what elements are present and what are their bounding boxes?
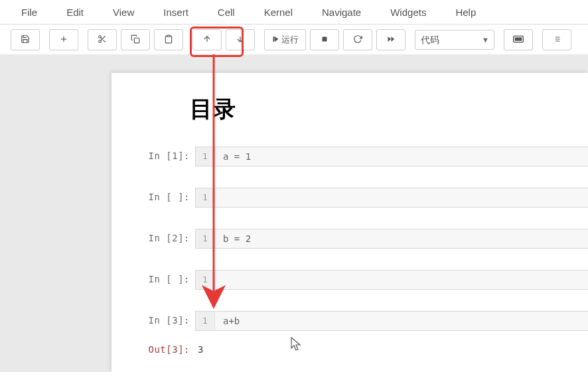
- notebook-paper: 目录 In [1]: 1 a = 1 In [ ]: 1 In [2]:: [111, 73, 588, 372]
- menu-navigate[interactable]: Navigate: [315, 4, 368, 21]
- svg-point-2: [99, 35, 102, 38]
- code-input[interactable]: 1 a = 1: [195, 147, 588, 166]
- code-cell[interactable]: In [2]: 1 b = 2: [111, 225, 588, 252]
- menu-help[interactable]: Help: [449, 4, 482, 21]
- run-label: 运行: [281, 34, 299, 46]
- menu-bar: File Edit View Insert Cell Kernel Naviga…: [0, 0, 588, 25]
- output-prompt: Out[3]:: [111, 340, 195, 359]
- menu-edit[interactable]: Edit: [60, 4, 90, 21]
- keyboard-icon: [513, 35, 524, 45]
- insert-cell-button[interactable]: [49, 29, 78, 50]
- paste-button[interactable]: [154, 29, 183, 50]
- paste-icon: [164, 34, 173, 46]
- code-input[interactable]: 1 b = 2: [195, 229, 588, 249]
- notebook-workspace: 目录 In [1]: 1 a = 1 In [ ]: 1 In [2]:: [0, 54, 588, 372]
- code-input[interactable]: 1: [195, 270, 588, 290]
- svg-line-6: [101, 37, 102, 38]
- menu-kernel[interactable]: Kernel: [257, 4, 299, 21]
- output-text: 3: [195, 340, 203, 359]
- notebook-title: 目录: [111, 94, 588, 125]
- code-cell[interactable]: In [ ]: 1: [111, 184, 588, 211]
- menu-widgets[interactable]: Widgets: [384, 4, 433, 21]
- stop-icon: [321, 35, 329, 45]
- copy-button[interactable]: [121, 29, 150, 50]
- svg-line-5: [103, 40, 105, 42]
- line-gutter: 1: [196, 271, 215, 289]
- input-prompt: In [2]:: [111, 229, 195, 247]
- run-button[interactable]: 运行: [264, 29, 306, 50]
- move-up-button[interactable]: [192, 29, 222, 50]
- output-cell: Out[3]: 3: [111, 337, 588, 362]
- line-gutter: 1: [196, 147, 215, 166]
- menu-cell[interactable]: Cell: [211, 4, 242, 21]
- input-prompt: In [ ]:: [111, 270, 195, 288]
- svg-marker-12: [275, 36, 278, 41]
- save-button[interactable]: [11, 29, 40, 50]
- stop-button[interactable]: [310, 29, 339, 50]
- cut-button[interactable]: [88, 29, 117, 50]
- menu-file[interactable]: File: [15, 4, 44, 21]
- code-input[interactable]: 1 a+b: [195, 311, 588, 331]
- menu-view[interactable]: View: [106, 4, 141, 21]
- arrow-up-icon: [202, 34, 212, 46]
- code-cell[interactable]: In [1]: 1 a = 1: [111, 143, 588, 170]
- restart-button[interactable]: [343, 29, 372, 50]
- svg-rect-7: [134, 38, 139, 43]
- svg-rect-17: [515, 38, 521, 40]
- arrow-down-icon: [236, 34, 245, 46]
- cut-icon: [98, 34, 107, 46]
- svg-point-3: [99, 40, 102, 42]
- run-all-button[interactable]: [376, 29, 405, 50]
- toolbar: 运行 代码 ▼: [0, 25, 588, 56]
- svg-rect-8: [167, 35, 171, 36]
- code-text: b = 2: [215, 229, 251, 248]
- code-input[interactable]: 1: [195, 188, 588, 208]
- svg-marker-11: [273, 36, 274, 41]
- cell-type-select[interactable]: 代码: [415, 30, 494, 50]
- code-cell[interactable]: In [ ]: 1: [111, 267, 588, 293]
- move-down-button[interactable]: [226, 29, 255, 50]
- list-button[interactable]: [542, 29, 571, 50]
- code-text: a = 1: [215, 147, 251, 166]
- line-gutter: 1: [196, 229, 215, 248]
- restart-icon: [353, 34, 362, 46]
- line-gutter: 1: [196, 312, 215, 330]
- code-text: a+b: [215, 312, 240, 330]
- plus-icon: [59, 34, 68, 46]
- input-prompt: In [3]:: [111, 311, 195, 330]
- copy-icon: [131, 34, 140, 46]
- line-gutter: 1: [196, 188, 215, 207]
- svg-rect-13: [323, 36, 327, 41]
- input-prompt: In [ ]:: [111, 188, 195, 206]
- command-palette-button[interactable]: [504, 29, 533, 50]
- list-icon: [551, 35, 562, 45]
- run-icon: [271, 35, 279, 45]
- input-prompt: In [1]:: [111, 147, 195, 165]
- fast-forward-icon: [386, 35, 396, 45]
- svg-marker-15: [392, 36, 395, 42]
- code-cell[interactable]: In [3]: 1 a+b: [111, 308, 588, 334]
- menu-insert[interactable]: Insert: [157, 4, 195, 21]
- save-icon: [21, 34, 30, 46]
- svg-marker-14: [388, 36, 392, 42]
